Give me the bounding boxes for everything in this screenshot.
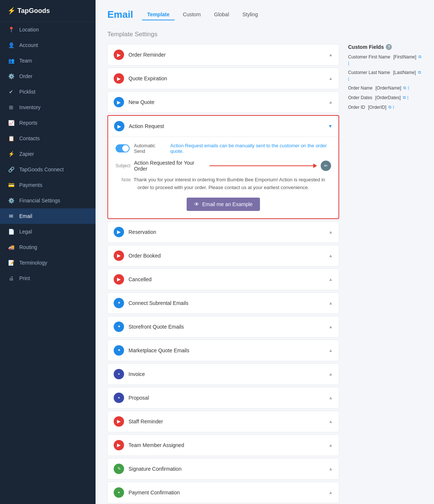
sidebar-item-tapgoods[interactable]: 🔗 TapGoods Connect — [0, 162, 96, 177]
sidebar-item-email[interactable]: ✉ Email — [0, 208, 96, 224]
action-request-header[interactable]: ▶ Action Request ▼ — [108, 116, 338, 137]
sidebar-item-print[interactable]: 🖨 Print — [0, 271, 96, 286]
auto-send-row: Automatic Send Action Request emails can… — [116, 143, 331, 154]
sidebar-item-contacts[interactable]: 📋 Contacts — [0, 131, 96, 146]
sidebar-item-zapier[interactable]: ⚡ Zapier — [0, 146, 96, 162]
template-row: ▶ Cancelled ▲ — [107, 269, 339, 290]
chevron-up-icon: ▲ — [328, 76, 333, 81]
action-request-label: Action Request — [129, 123, 164, 129]
invoice-label: Invoice — [128, 371, 145, 377]
chevron-up-icon: ▲ — [328, 348, 333, 353]
tapgoods-icon: 🔗 — [7, 166, 15, 173]
template-row: ▶ Order Booked ▲ — [107, 245, 339, 266]
sidebar-item-legal[interactable]: 📄 Legal — [0, 224, 96, 239]
copy-icon[interactable]: ⧉ — [418, 54, 421, 59]
order-reminder-header[interactable]: ▶ Order Reminder ▲ — [108, 44, 339, 65]
account-icon: 👤 — [7, 41, 15, 49]
tab-global[interactable]: Global — [209, 9, 234, 20]
sidebar-item-label: Routing — [19, 244, 37, 250]
chevron-up-icon: ▲ — [328, 395, 333, 400]
chevron-up-icon: ▲ — [328, 253, 333, 258]
edit-subject-button[interactable]: ✏ — [321, 161, 331, 171]
legal-icon: 📄 — [7, 228, 15, 235]
chevron-down-icon: ▼ — [328, 124, 333, 129]
help-icon[interactable]: ? — [386, 44, 392, 50]
financial-icon: ⚙️ — [7, 197, 15, 204]
sidebar-item-label: Picklist — [19, 89, 36, 95]
sidebar-item-order[interactable]: ⚙️ Order — [0, 68, 96, 84]
pipe-icon[interactable]: | — [348, 77, 349, 81]
marketplace-header[interactable]: ✦ Marketplace Quote Emails ▲ — [108, 340, 339, 361]
field-tag: [OrderName] — [375, 85, 401, 91]
subject-row: Subject Action Requested for Your Order … — [116, 160, 331, 172]
auto-send-toggle[interactable] — [116, 144, 130, 152]
custom-field-item: Customer First Name [FirstName] ⧉ | — [348, 54, 422, 65]
reservation-header[interactable]: ▶ Reservation ▲ — [108, 222, 339, 242]
sidebar-item-inventory[interactable]: ⊞ Inventory — [0, 100, 96, 115]
copy-icon[interactable]: ⧉ — [418, 70, 421, 75]
chevron-up-icon: ▲ — [328, 324, 333, 329]
field-tag: [FirstName] — [393, 54, 416, 60]
copy-icon[interactable]: ⧉ — [403, 95, 406, 100]
sidebar-item-label: Contacts — [19, 135, 40, 141]
template-row: ✦ Storefront Quote Emails ▲ — [107, 316, 339, 337]
routing-icon: 🚚 — [7, 243, 15, 251]
chevron-up-icon: ▲ — [328, 52, 333, 57]
location-icon: 📍 — [7, 26, 15, 33]
pipe-icon[interactable]: | — [393, 105, 394, 109]
cancelled-header[interactable]: ▶ Cancelled ▲ — [108, 269, 339, 290]
tab-custom[interactable]: Custom — [178, 9, 206, 20]
contacts-icon: 📋 — [7, 135, 15, 142]
sidebar-item-financial[interactable]: ⚙️ Financial Settings — [0, 193, 96, 208]
template-row: ▶ Team Member Assigned ▲ — [107, 434, 339, 456]
pipe-icon[interactable]: | — [348, 61, 349, 65]
sidebar-item-picklist[interactable]: ✔ Picklist — [0, 84, 96, 100]
connect-subrental-header[interactable]: ✦ Connect Subrental Emails ▲ — [108, 293, 339, 313]
template-row: ▶ Order Reminder ▲ — [107, 44, 339, 65]
page-title: Email — [107, 9, 133, 20]
field-label: Customer Last Name — [348, 70, 390, 75]
invoice-icon: ▪ — [114, 369, 124, 379]
invoice-header[interactable]: ▪ Invoice ▲ — [108, 364, 339, 384]
sidebar-item-terminology[interactable]: 📝 Terminology — [0, 255, 96, 271]
sidebar-item-label: Inventory — [19, 104, 41, 110]
copy-icon[interactable]: ⧉ — [403, 85, 406, 90]
tab-template[interactable]: Template — [142, 9, 174, 20]
action-request-body: Automatic Send Action Request emails can… — [108, 137, 338, 218]
team-member-header[interactable]: ▶ Team Member Assigned ▲ — [108, 435, 339, 456]
tab-styling[interactable]: Styling — [237, 9, 263, 20]
custom-field-item: Order Name [OrderName] ⧉ | — [348, 85, 422, 91]
email-example-button[interactable]: 👁 Email me an Example — [187, 198, 260, 211]
staff-reminder-header[interactable]: ▶ Staff Reminder ▲ — [108, 411, 339, 432]
toggle-knob — [122, 145, 129, 152]
proposal-header[interactable]: ▪ Proposal ▲ — [108, 387, 339, 408]
new-quote-header[interactable]: ▶ New Quote ▲ — [108, 92, 339, 112]
order-reminder-label: Order Reminder — [128, 52, 166, 58]
pipe-icon[interactable]: | — [408, 85, 409, 90]
new-quote-icon: ▶ — [114, 97, 124, 107]
quote-expiration-header[interactable]: ▶ Quote Expiration ▲ — [108, 68, 339, 89]
order-booked-header[interactable]: ▶ Order Booked ▲ — [108, 245, 339, 266]
sidebar-item-team[interactable]: 👥 Team — [0, 53, 96, 68]
template-row: ▪ Invoice ▲ — [107, 363, 339, 385]
copy-icon[interactable]: ⧉ — [388, 105, 391, 110]
payment-confirmation-header[interactable]: ▪ Payment Confirmation ▲ — [108, 482, 339, 503]
custom-fields-panel: Custom Fields ? Customer First Name [Fir… — [348, 44, 422, 504]
field-label: Order ID — [348, 105, 365, 110]
staff-reminder-icon: ▶ — [114, 416, 124, 427]
sidebar-item-location[interactable]: 📍 Location — [0, 22, 96, 37]
sidebar-item-account[interactable]: 👤 Account — [0, 37, 96, 53]
sidebar-item-routing[interactable]: 🚚 Routing — [0, 239, 96, 255]
arrow-line — [210, 165, 313, 166]
signature-header[interactable]: ✎ Signature Confirmation ▲ — [108, 458, 339, 479]
note-label: Note — [121, 177, 131, 182]
new-quote-label: New Quote — [128, 99, 154, 105]
chevron-up-icon: ▲ — [328, 466, 333, 471]
sidebar-item-reports[interactable]: 📈 Reports — [0, 115, 96, 131]
reports-icon: 📈 — [7, 119, 15, 127]
sidebar-item-payments[interactable]: 💳 Payments — [0, 177, 96, 193]
pipe-icon[interactable]: | — [407, 95, 408, 100]
chevron-up-icon: ▲ — [328, 277, 333, 282]
storefront-header[interactable]: ✦ Storefront Quote Emails ▲ — [108, 316, 339, 337]
connect-subrental-label: Connect Subrental Emails — [128, 300, 188, 306]
